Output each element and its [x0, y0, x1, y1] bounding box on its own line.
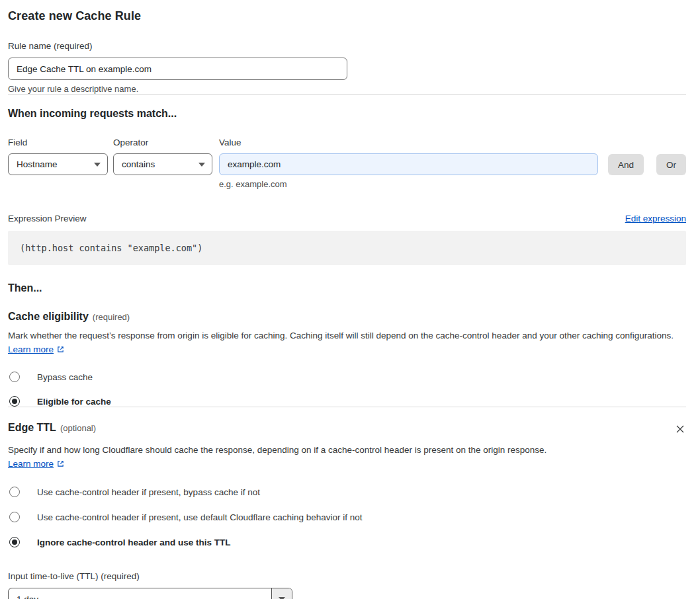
- rule-name-input[interactable]: [8, 58, 347, 80]
- edge-ttl-qualifier: (optional): [60, 423, 96, 433]
- operator-select-value: contains: [122, 159, 155, 169]
- cache-eligibility-header: Cache eligibility(required): [8, 311, 686, 323]
- radio-icon[interactable]: [9, 372, 20, 382]
- radio-icon[interactable]: [9, 487, 20, 497]
- ttl-select-value: 1 day: [9, 588, 271, 599]
- edge-ttl-options: Use cache-control header if present, byp…: [8, 487, 686, 547]
- edge-ttl-title: Edge TTL: [8, 422, 56, 433]
- expression-preview-code: (http.host contains "example.com"): [8, 231, 686, 265]
- chevron-down-icon: [94, 163, 101, 167]
- value-helper: e.g. example.com: [219, 179, 598, 189]
- chevron-down-icon: [198, 163, 205, 167]
- radio-eligible-for-cache[interactable]: Eligible for cache: [8, 396, 686, 407]
- expression-builder-row: Field Hostname Operator contains Value e…: [8, 138, 686, 189]
- ttl-select-dropdown-button[interactable]: [271, 588, 292, 599]
- edge-ttl-description: Specify if and how long Cloudflare shoul…: [8, 443, 564, 472]
- value-label: Value: [219, 138, 598, 147]
- cache-eligibility-title: Cache eligibility: [8, 311, 89, 322]
- divider: [8, 407, 686, 407]
- value-input[interactable]: [219, 153, 598, 175]
- field-select[interactable]: Hostname: [8, 153, 108, 175]
- radio-use-header-bypass[interactable]: Use cache-control header if present, byp…: [8, 487, 686, 497]
- radio-icon-checked[interactable]: [9, 396, 20, 407]
- radio-ignore-header-use-ttl[interactable]: Ignore cache-control header and use this…: [8, 537, 686, 547]
- page-title: Create new Cache Rule: [8, 9, 686, 23]
- operator-select[interactable]: contains: [113, 153, 212, 175]
- cache-eligibility-qualifier: (required): [93, 312, 130, 322]
- ttl-label: Input time-to-live (TTL) (required): [8, 571, 686, 581]
- rule-name-helper: Give your rule a descriptive name.: [8, 84, 686, 94]
- external-link-icon: [56, 458, 65, 472]
- then-heading: Then...: [8, 282, 686, 294]
- field-select-value: Hostname: [17, 159, 58, 169]
- expression-preview-label: Expression Preview: [8, 214, 87, 223]
- external-link-icon: [56, 344, 65, 358]
- edit-expression-link[interactable]: Edit expression: [625, 214, 686, 223]
- operator-label: Operator: [113, 138, 212, 147]
- and-button[interactable]: And: [608, 154, 644, 175]
- rule-name-label: Rule name (required): [8, 41, 686, 51]
- radio-icon[interactable]: [9, 512, 20, 522]
- close-edge-ttl-button[interactable]: [674, 423, 686, 437]
- or-button[interactable]: Or: [656, 154, 686, 175]
- cache-eligibility-options: Bypass cache Eligible for cache: [8, 372, 686, 407]
- cache-eligibility-description: Mark whether the request’s response from…: [8, 329, 676, 358]
- create-cache-rule-page: Create new Cache Rule Rule name (require…: [0, 0, 700, 599]
- divider: [8, 94, 686, 95]
- close-icon: [676, 426, 685, 436]
- ttl-select[interactable]: 1 day: [8, 588, 292, 599]
- radio-use-header-default[interactable]: Use cache-control header if present, use…: [8, 512, 686, 522]
- match-heading: When incoming requests match...: [8, 108, 686, 120]
- radio-icon-checked[interactable]: [9, 537, 20, 547]
- radio-bypass-cache[interactable]: Bypass cache: [8, 372, 686, 382]
- learn-more-link[interactable]: Learn more: [8, 344, 54, 354]
- learn-more-link[interactable]: Learn more: [8, 459, 54, 469]
- field-label: Field: [8, 138, 108, 147]
- edge-ttl-header: Edge TTL(optional): [8, 422, 96, 434]
